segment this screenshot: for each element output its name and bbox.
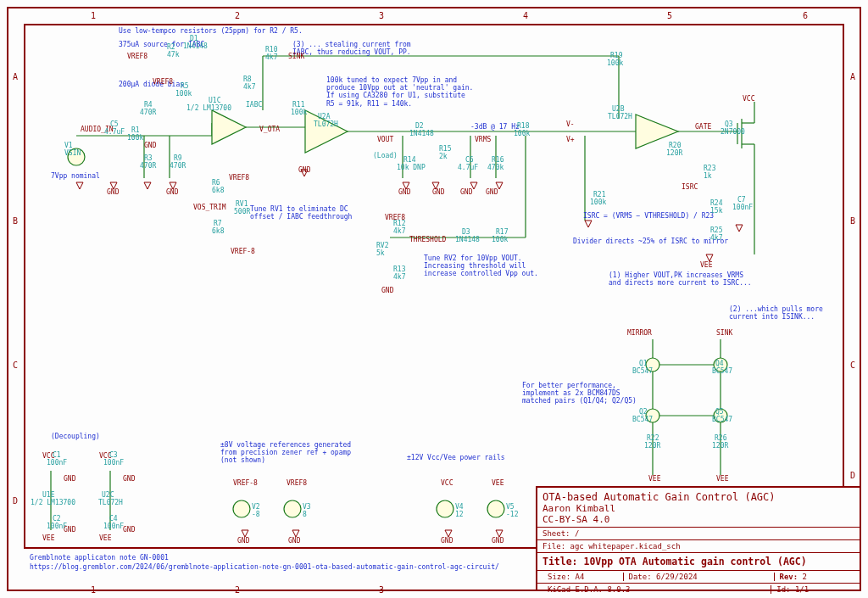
comp-R13-val: 4k7 (393, 274, 405, 282)
comp-C4-val: 100nF (103, 523, 124, 531)
comp-V2-val: -8 (252, 511, 260, 519)
comp-V1-val: VSIN (64, 150, 81, 158)
comp-U1C-val: 1/2 LM13700 (186, 105, 231, 113)
net-isrc: ISRC (682, 183, 698, 191)
net-gnd-r14: GND (398, 188, 410, 196)
ruler-row-B: B (13, 216, 18, 226)
comp-C5-val: 4.7uF (104, 129, 125, 137)
net-vos-trim: VOS_TRIM (193, 204, 226, 211)
comp-R10-val: 4k7 (265, 54, 277, 62)
net-vout: VOUT (377, 136, 393, 143)
comp-R21-val: 100k (590, 199, 606, 207)
comp-Q1-val: BC547 (632, 368, 653, 376)
net-vrms: VRMS (475, 136, 491, 143)
net-vee-src: VEE (492, 479, 504, 487)
net-sink: SINK (288, 53, 304, 60)
net-gnd-c6: GND (460, 188, 472, 196)
note-filter: -3dB @ 17 Hz (470, 123, 520, 131)
net-vref8-c: VREF8 (229, 174, 249, 182)
comp-R20-val: 120R (666, 150, 682, 158)
net-vplus: V+ (566, 136, 575, 143)
net-gnd-c3: GND (123, 475, 135, 483)
comp-R11-val: 100k (291, 109, 307, 117)
note-r2r5: Use low-tempco resistors (25ppm) for R2 … (119, 27, 303, 35)
ruler-row-Ar: A (850, 72, 855, 81)
note-diode-bias: 200µA diode bias (119, 81, 184, 88)
comp-RV2-val: 5k (376, 250, 385, 258)
ruler-row-Dr: D (850, 471, 855, 480)
note-vsin: 7Vpp nominal (51, 172, 100, 180)
net-vcc-src: VCC (441, 479, 453, 487)
ruler-row-D: D (13, 496, 18, 506)
net-vref8-src: VREF8 (287, 479, 307, 487)
comp-U1E-val: 1/2 LM13700 (31, 500, 75, 507)
ruler-row-Cr: C (850, 360, 855, 370)
note-vref: ±8V voltage references generated from pr… (220, 441, 351, 465)
net-vref-neg8: VREF-8 (231, 248, 255, 255)
net-gnd-v1: GND (107, 188, 119, 196)
tb-date: 6/29/2024 (656, 573, 698, 581)
ruler-row-A: A (13, 72, 18, 81)
net-vminus: V- (566, 120, 575, 128)
tb-rev-label: Rev: (780, 573, 798, 581)
note-appnote: Gremblnote applicaton note GN-0001 (30, 554, 169, 562)
tb-tool: KiCad E.D.A. 8.0.3 (542, 585, 771, 594)
tb-id-label: Id: (776, 585, 790, 594)
comp-R14-val: 10k DNP (397, 165, 426, 172)
note-url: https://blog.gremblor.com/2024/06/grembl… (30, 563, 499, 571)
comp-D1-val: 1N4148 (183, 43, 208, 51)
net-vref-neg8-src: VREF-8 (233, 479, 258, 487)
ruler-col-3: 3 (379, 11, 384, 20)
comp-R12-val: 4k7 (393, 228, 405, 236)
comp-Q4-val: BC547 (712, 368, 732, 376)
comp-U2A-val: TL072H (314, 121, 338, 129)
net-vee-q2: VEE (648, 475, 660, 483)
tb-rev: 2 (803, 573, 807, 581)
net-gnd-u2a: GND (298, 166, 310, 174)
comp-V3-val: 8 (303, 511, 307, 519)
note-gain: 100k tuned to expect 7Vpp in and produce… (326, 76, 473, 108)
ruler-row-C: C (13, 360, 18, 370)
net-vee-c4: VEE (99, 534, 111, 542)
ruler-col-1b: 1 (91, 585, 96, 595)
comp-R4-val: 470R (140, 109, 156, 117)
ruler-col-5: 5 (667, 11, 672, 20)
comp-R23-val: 1k (704, 173, 712, 181)
comp-V4-val: 12 (455, 511, 464, 519)
comp-load-label: (Load) (373, 153, 398, 160)
net-threshold: THRESHOLD (409, 236, 446, 243)
net-mirror: MIRROR (627, 329, 652, 337)
title-block: OTA-based Automatic Gain Control (AGC) A… (536, 486, 861, 591)
ruler-col-3b: 3 (379, 585, 384, 595)
ruler-col-1: 1 (91, 11, 96, 20)
comp-D3-val: 1N4148 (455, 237, 480, 244)
net-vref8-a: VREF8 (127, 53, 147, 60)
net-vee-c2: VEE (42, 534, 54, 542)
net-vota: V_OTA (259, 126, 280, 133)
comp-R1-val: 100k (127, 135, 143, 143)
comp-R5-val: 100k (175, 91, 192, 98)
note-steal: (3) ... stealing current from IABC, thus… (292, 41, 411, 56)
tb-author: Aaron Kimball (542, 503, 854, 514)
net-vref8-b: VREF8 (153, 78, 173, 86)
net-gate: GATE (695, 123, 711, 131)
comp-R17-val: 100k (492, 237, 508, 244)
net-vee-q5: VEE (716, 475, 728, 483)
tb-title: 10Vpp OTA Automatic gain control (AGC) (583, 556, 806, 567)
tb-sheet-label: Sheet: (542, 529, 570, 538)
tb-file: agc whitepaper.kicad_sch (570, 542, 681, 550)
tb-sheet-path: / (575, 529, 579, 538)
note-rails: ±12V Vcc/Vee power rails (407, 454, 505, 461)
net-sink2: SINK (716, 329, 732, 337)
comp-C3-val: 100nF (103, 460, 124, 467)
comp-R25-val: 4k7 (710, 235, 722, 243)
net-gnd-c1: GND (64, 475, 75, 483)
comp-RV1-val: 500R (234, 209, 250, 216)
tb-size: A4 (576, 573, 585, 581)
comp-R6-val: 6k8 (212, 187, 224, 195)
ruler-col-4: 4 (523, 11, 528, 20)
net-gnd-c4: GND (123, 526, 135, 534)
net-gnd-v5: GND (492, 537, 504, 545)
comp-V5-val: -12 (506, 511, 518, 519)
ruler-col-2: 2 (235, 11, 240, 20)
